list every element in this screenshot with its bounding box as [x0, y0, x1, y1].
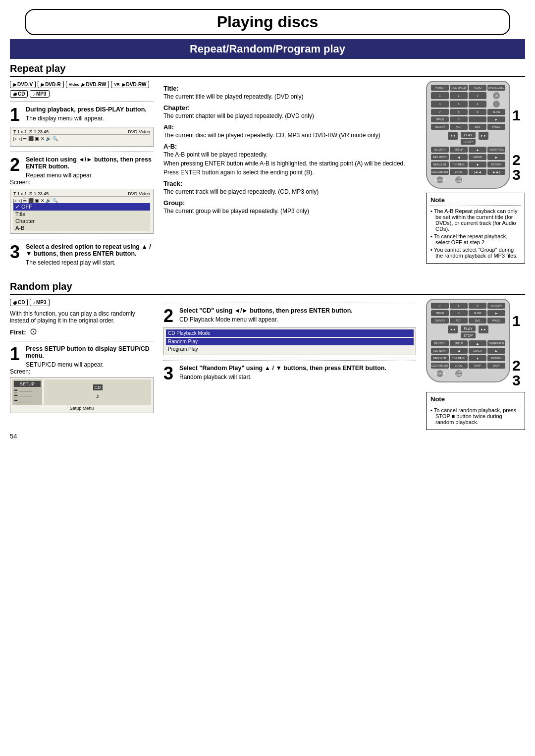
random-play-section: ◉CD ♪MP3 With this function, you can pla… — [10, 299, 525, 430]
random-remote-rew: ◄◄ — [448, 325, 458, 333]
remote-search-row: SEARCH CM SKIP — [431, 176, 505, 183]
repeat-step2: 2 Select icon using ◄/► buttons, then pr… — [10, 156, 154, 234]
cd-random-play: Random Play — [166, 338, 414, 345]
remote-enter: ENTER — [469, 154, 486, 160]
random-marker-2: 2 — [512, 358, 521, 373]
random-remote-search: SEARCH — [436, 370, 443, 377]
random-first-label: First: ⊙ — [10, 326, 154, 337]
random-remote-pqrs: 7 — [431, 303, 449, 309]
menu-off: ✓ OFF — [13, 203, 150, 211]
option-chapter-text: The current chapter will be played repea… — [163, 112, 416, 119]
random-first-bold: First: — [10, 328, 26, 336]
random-step1-screen-label: Screen: — [10, 368, 154, 375]
remote-clear: CLEAR/RESET — [431, 169, 449, 175]
step2-number: 2 — [10, 156, 20, 174]
random-remote-clear: CLEAR/RESET — [431, 363, 449, 369]
random-remote-right: ► — [487, 348, 505, 354]
cd-playback-screen: CD Playback Mode Random Play Program Pla… — [163, 327, 416, 355]
remote-btn-3: 3 — [469, 92, 486, 99]
random-step3-bold: Select "Random Play" using ▲ / ▼ buttons… — [179, 365, 386, 372]
option-ab-text2: When pressing ENTER button while A-B is … — [163, 160, 416, 167]
remote-topmenu: TOP MENU — [450, 162, 468, 167]
random-remote-tuv: 8 — [450, 303, 468, 309]
remote-left: ◄ — [450, 154, 468, 160]
random-step3-instruction: Select "Random Play" using ▲ / ▼ buttons… — [179, 365, 386, 372]
repeat-note-item3: • You cannot select "Group" during the r… — [430, 247, 521, 259]
random-step2-bold: Select "CD" using ◄/► buttons, then pres… — [179, 307, 353, 314]
remote-num-row3: 7 8 9 SLOW — [431, 109, 505, 115]
random-badge-cd: ◉CD — [10, 299, 28, 306]
menu-title: Title — [13, 211, 150, 217]
random-remote-wxyz: 9 — [469, 303, 486, 309]
remote-skip-back: |◄◄ — [469, 169, 486, 175]
repeat-note-header: Note — [430, 196, 521, 204]
remote-setup: SETUP — [450, 147, 468, 153]
page-title: Playing discs — [36, 13, 499, 31]
random-divider1 — [10, 341, 154, 341]
remote-return: RETURN — [487, 162, 505, 167]
step2-normal: Repeat menu will appear. — [26, 172, 154, 179]
option-track-text: The current track will be played repeate… — [163, 188, 416, 195]
remote-dvd: DVD — [469, 124, 486, 130]
random-note-header: Note — [430, 395, 521, 403]
random-remote-menulist: MENU/LIST — [431, 355, 449, 361]
repeat-remote: POWER REC SPEED AUDIO OPEN/CLOSE 1 2 3 C… — [426, 81, 510, 189]
repeat-mid-col: Title: The current title will be played … — [159, 81, 421, 271]
remote-btn-6: 6 — [469, 101, 486, 108]
remote-stop: STOP — [461, 139, 476, 145]
repeat-marker-2: 2 — [512, 153, 521, 167]
cd-screen-header: CD Playback Mode — [166, 329, 414, 337]
remote-skip-fwd: ►►| — [487, 169, 505, 175]
step2-screen-label: Screen: — [10, 179, 154, 186]
setup-screen-inner: SETUP ☰ ———☰ ———☰ ——— CD ♪ — [12, 379, 151, 405]
screen2-icons: ▷ ◁ ☰ ⬛ ▣ ✕ 🔊 🔍 — [13, 198, 150, 203]
repeat-screen2: T 1 c 1 ⏱ 1:23:45 DVD-Video ▷ ◁ ☰ ⬛ ▣ ✕ … — [10, 189, 154, 234]
random-note-item1: • To cancel random playback, press STOP … — [430, 407, 521, 425]
screen1-info: T 1 c 1 ⏱ 1:23:45 — [13, 129, 49, 134]
remote-down: ▼ — [469, 162, 486, 167]
random-step1-instruction: Press SETUP button to display SETUP/CD m… — [26, 345, 154, 359]
option-all-header: All: — [163, 123, 416, 131]
random-remote-recmon: REC MONIT — [431, 348, 449, 354]
repeat-right-col: POWER REC SPEED AUDIO OPEN/CLOSE 1 2 3 C… — [426, 81, 525, 271]
remote-vcr: VCR — [450, 124, 468, 130]
random-step2-normal: CD Playback Mode menu will appear. — [179, 316, 353, 323]
remote-up: ▲ — [469, 147, 486, 153]
random-remote-menu-row: MENU/LIST TOP MENU ▼ RETURN — [431, 355, 505, 361]
random-divider2 — [163, 303, 416, 303]
random-right-col: 7 8 9 VIDEO/TV SPACE 0 SLOW ▶ DISPLA — [426, 299, 525, 430]
step2-instruction: Select icon using ◄/► buttons, then pres… — [26, 156, 154, 170]
option-ab-text3: Press ENTER button again to select the e… — [163, 169, 416, 176]
setup-title: SETUP — [14, 381, 41, 387]
random-remote-setup: SETUP — [450, 340, 468, 346]
random-remote-display-row: DISPLAY VCR DVD PAUSE — [431, 318, 505, 324]
remote-top-grid: POWER REC SPEED AUDIO OPEN/CLOSE — [431, 85, 505, 91]
badge-dvdv: ▶DVD-V — [10, 81, 36, 88]
remote-btn-8: 8 — [450, 109, 468, 115]
repeat-note-box: Note • The A-B Repeat playback can only … — [426, 193, 525, 264]
random-intro: With this function, you can play a disc … — [10, 310, 154, 324]
remote-btn-1: 1 — [431, 92, 449, 99]
random-step1: 1 Press SETUP button to display SETUP/CD… — [10, 345, 154, 413]
menu-chapter: Chapter — [13, 217, 150, 224]
repeat-note-item2: • To cancel the repeat playback, select … — [430, 233, 521, 245]
random-remote-zoom: ZOOM — [450, 363, 468, 369]
random-remote-stop: STOP — [461, 332, 476, 338]
random-step2-number: 2 — [163, 307, 173, 325]
option-ab-text1: The A-B point will be played repeatedly. — [163, 151, 416, 158]
remote-btn-ch2 — [493, 101, 500, 108]
remote-menu-row: MENU/LIST TOP MENU ▼ RETURN — [431, 162, 505, 167]
remote-btn-slow: SLOW — [487, 109, 505, 115]
option-group-header: Group: — [163, 199, 416, 207]
repeat-remote-wrap: POWER REC SPEED AUDIO OPEN/CLOSE 1 2 3 C… — [426, 81, 510, 189]
screen2-mode: DVD-Video — [128, 191, 150, 196]
remote-audio: AUDIO — [469, 85, 486, 91]
random-remote-top: 7 8 9 VIDEO/TV — [431, 303, 505, 309]
random-remote-search-row: SEARCH CM SKIP — [431, 370, 505, 377]
remote-ff: ►► — [479, 132, 488, 140]
format-badges: ▶DVD-V ▶DVD-R Video▶DVD-RW VR▶DVD-RW ◉CD… — [10, 81, 154, 98]
remote-btn-5: 5 — [450, 101, 468, 108]
remote-rec-row: REC/OTH SETUP ▲ TIMER/PROG — [431, 147, 505, 153]
remote-display: DISPLAY — [431, 124, 449, 130]
remote-btn-4: 4 — [431, 101, 449, 108]
